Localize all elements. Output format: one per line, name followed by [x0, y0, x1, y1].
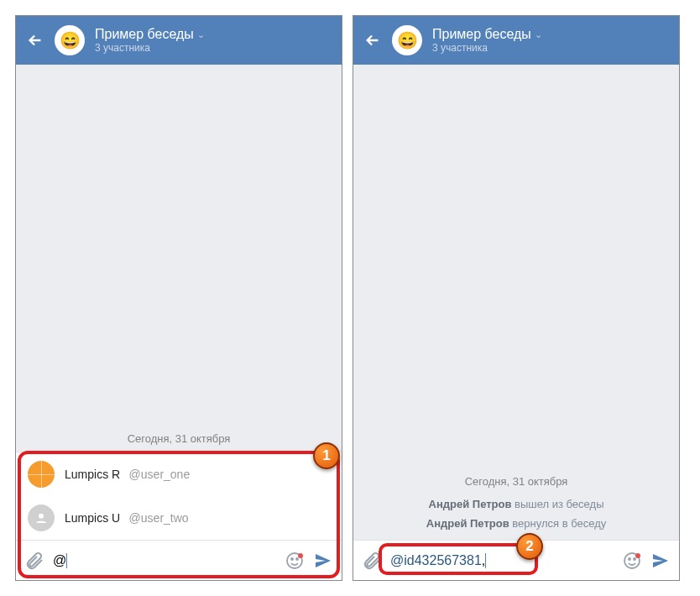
mention-text: @id432567381 [390, 553, 482, 568]
system-action: вернулся в беседу [512, 517, 606, 530]
system-message: Андрей Петров вышел из беседы [353, 494, 679, 514]
user-avatar-icon [28, 461, 55, 488]
suggestion-handle: @user_two [129, 511, 189, 525]
chat-header: 😄 Пример беседы ⌄ 3 участника [16, 16, 342, 65]
date-label: Сегодня, 31 октября [353, 468, 679, 494]
suggestion-item[interactable]: Lumpics R @user_one [16, 452, 342, 496]
message-input-bar: @id432567381, [353, 540, 679, 580]
back-icon[interactable] [363, 31, 382, 50]
chat-title: Пример беседы [432, 27, 531, 42]
phone-right: 😄 Пример беседы ⌄ 3 участника Сегодня, 3… [353, 15, 680, 581]
suggestion-name: Lumpics U [65, 511, 120, 525]
message-input[interactable]: @id432567381, [390, 553, 614, 568]
header-text[interactable]: Пример беседы ⌄ 3 участника [95, 27, 332, 54]
chat-header: 😄 Пример беседы ⌄ 3 участника [353, 16, 679, 65]
svg-point-3 [296, 558, 298, 560]
user-avatar-icon [28, 505, 55, 531]
chat-body: Сегодня, 31 октября Lumpics R @user_one … [16, 65, 342, 540]
text-caret [485, 553, 486, 568]
svg-point-2 [291, 558, 293, 560]
system-user: Андрей Петров [429, 498, 512, 510]
mention-suggestions: Lumpics R @user_one Lumpics U @user_two [16, 452, 342, 540]
chat-avatar[interactable]: 😄 [392, 25, 422, 55]
chevron-down-icon: ⌄ [197, 29, 205, 40]
suggestion-name: Lumpics R [65, 468, 120, 481]
system-action: вышел из беседы [515, 498, 603, 510]
chat-title: Пример беседы [95, 27, 194, 42]
svg-point-8 [635, 553, 640, 558]
attachment-icon[interactable] [362, 551, 382, 571]
svg-point-6 [629, 558, 630, 560]
send-icon[interactable] [313, 551, 333, 571]
text-caret [66, 553, 67, 568]
date-label: Сегодня, 31 октября [16, 426, 342, 452]
chat-body: Сегодня, 31 октября Андрей Петров вышел … [353, 65, 679, 540]
system-user: Андрей Петров [426, 517, 509, 530]
svg-point-0 [39, 514, 44, 519]
system-message: Андрей Петров вернулся в беседу [353, 514, 679, 540]
chevron-down-icon: ⌄ [535, 29, 542, 40]
chat-avatar[interactable]: 😄 [55, 25, 85, 55]
avatar-emoji: 😄 [60, 30, 81, 50]
message-input-bar: @ [16, 540, 342, 580]
emoji-icon[interactable] [622, 551, 642, 571]
message-input[interactable]: @ [53, 553, 276, 568]
back-icon[interactable] [26, 31, 44, 50]
suggestion-item[interactable]: Lumpics U @user_two [16, 496, 342, 540]
phone-left: 😄 Пример беседы ⌄ 3 участника Сегодня, 3… [15, 15, 342, 581]
input-text: @ [53, 553, 66, 568]
header-text[interactable]: Пример беседы ⌄ 3 участника [432, 27, 669, 54]
svg-point-4 [298, 553, 303, 558]
chat-subtitle: 3 участника [95, 42, 332, 54]
send-icon[interactable] [650, 551, 671, 571]
suggestion-handle: @user_one [129, 468, 191, 481]
chat-subtitle: 3 участника [432, 42, 669, 54]
attachment-icon[interactable] [24, 551, 44, 571]
svg-point-7 [634, 558, 635, 560]
emoji-icon[interactable] [285, 551, 305, 571]
avatar-emoji: 😄 [397, 30, 418, 50]
